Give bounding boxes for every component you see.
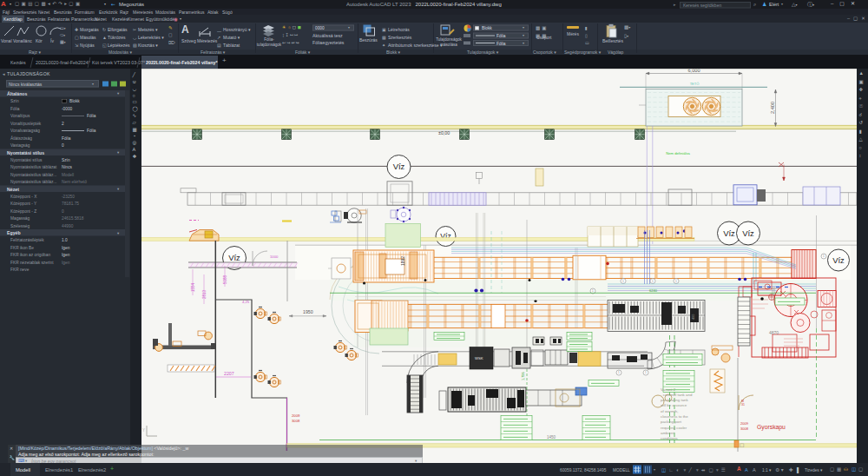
svg-text:pre-heating tank: pre-heating tank (661, 398, 689, 402)
svg-text:2,400: 2,400 (770, 102, 775, 114)
svg-text:1450: 1450 (547, 435, 556, 440)
svg-text:Y: Y (142, 428, 145, 433)
svg-text:closeness to the: closeness to the (661, 414, 688, 419)
svg-text:packing port: packing port (661, 420, 682, 424)
svg-text:WSK: WSK (475, 356, 483, 360)
svg-text:1: 1 (592, 289, 594, 293)
svg-text:Víz: Víz (393, 162, 405, 171)
svg-text:1: 1 (823, 255, 825, 258)
svg-text:4870: 4870 (769, 330, 779, 335)
svg-text:Víz: Víz (228, 253, 240, 262)
svg-text:5088: 5088 (223, 274, 227, 284)
svg-text:of warmth,: of warmth, (661, 409, 679, 413)
svg-text:conditions: conditions (661, 436, 679, 440)
svg-text:2813: 2813 (202, 289, 207, 299)
svg-text:Víz: Víz (723, 228, 735, 238)
svg-text:- caramel tank and: - caramel tank and (661, 393, 693, 397)
svg-text:6090: 6090 (772, 286, 776, 295)
svg-text:1: 1 (675, 280, 677, 283)
svg-text:31: 31 (741, 403, 745, 407)
svg-text:1: 1 (618, 371, 620, 374)
svg-text:1: 1 (622, 280, 624, 283)
svg-text:2009: 2009 (740, 421, 749, 426)
svg-text:2207: 2207 (224, 371, 234, 376)
svg-text:TETŐ: TETŐ (690, 82, 700, 86)
svg-text:Gyorskapu: Gyorskapu (757, 424, 786, 431)
svg-text:Nem definiálva: Nem definiálva (666, 151, 690, 155)
svg-text:400: 400 (692, 314, 695, 320)
svg-text:Víz: Víz (832, 255, 845, 265)
svg-text:2009: 2009 (292, 413, 300, 418)
svg-text:will be a source: will be a source (661, 403, 687, 407)
svg-text:1554: 1554 (191, 282, 195, 292)
svg-text:1000: 1000 (270, 255, 279, 259)
svg-text:1950: 1950 (303, 309, 313, 314)
svg-text:1: 1 (645, 371, 647, 374)
svg-text:Víz: Víz (742, 228, 754, 238)
svg-text:1892: 1892 (400, 256, 405, 266)
svg-text:3008: 3008 (740, 426, 749, 431)
svg-text:1: 1 (652, 280, 654, 283)
svg-text:ambient: ambient (661, 431, 674, 435)
svg-text:6240: 6240 (649, 288, 658, 293)
svg-text:requiring cooler: requiring cooler (661, 426, 687, 430)
svg-text:±0,00: ±0,00 (438, 130, 450, 136)
svg-text:1,706: 1,706 (522, 372, 525, 380)
svg-text:Variant 2: Variant 2 (661, 387, 676, 392)
svg-text:3008: 3008 (292, 419, 300, 423)
svg-text:☐: ☐ (740, 443, 744, 448)
svg-text:4,25: 4,25 (242, 300, 250, 304)
